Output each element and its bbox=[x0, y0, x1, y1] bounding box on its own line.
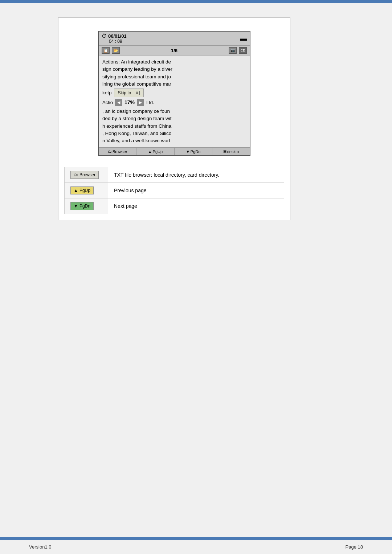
arrow-left[interactable]: ◀ bbox=[115, 99, 122, 106]
pgup-btn-label: PgUp bbox=[79, 188, 90, 193]
label-cell-pgup[interactable]: ▲ PgUp bbox=[65, 183, 108, 198]
btn-pgdn[interactable]: ▼ PgDn bbox=[70, 202, 94, 210]
skip-to-row: ketp Skip to ⊟ bbox=[102, 89, 246, 97]
ltd-label: Ltd. bbox=[146, 99, 154, 106]
footer-btn-pgup[interactable]: ▲ PgUp bbox=[136, 148, 174, 155]
skip-to-overlay[interactable]: Skip to ⊟ bbox=[114, 89, 144, 97]
table-row-browser: 🗂 Browser TXT file browser: local direct… bbox=[65, 167, 284, 183]
body-line-10: , Hong Kong, Taiwan, and Silico bbox=[102, 130, 246, 137]
screen-footer: 🗂 Browser ▲ PgUp ▼ PgDn ⊞ deskto bbox=[99, 147, 250, 155]
date-display: 06/01/01 bbox=[108, 33, 127, 39]
actic-label: Actio bbox=[102, 99, 113, 106]
body-line-4: ining the global competitive mar bbox=[102, 81, 246, 88]
version-label: Version1.0 bbox=[29, 544, 51, 550]
body-line-11: n Valley, and a well-known worl bbox=[102, 137, 246, 144]
btn-browser[interactable]: 🗂 Browser bbox=[70, 171, 99, 179]
btn-pgup[interactable]: ▲ PgUp bbox=[70, 186, 94, 194]
time-block: ⏱ 06/01/01 04 : 09 bbox=[102, 33, 127, 44]
clock-icon: ⏱ 06/01/01 bbox=[102, 33, 127, 39]
ketp-text: ketp bbox=[102, 89, 112, 97]
skip-icon: ⊟ bbox=[134, 91, 140, 95]
device-screen: ⏱ 06/01/01 04 : 09 ▬ 📋 📂 1/6 📷 CE A bbox=[98, 31, 250, 156]
battery-icon: ▬ bbox=[240, 35, 247, 42]
body-line-2: sign company leading by a diver bbox=[102, 66, 246, 73]
bottom-bar bbox=[0, 537, 392, 540]
browser-btn-label: Browser bbox=[79, 172, 95, 177]
pgdn-icon: ▼ bbox=[186, 149, 190, 154]
desktop-label: deskto bbox=[227, 149, 239, 154]
outer-container: ⏱ 06/01/01 04 : 09 ▬ 📋 📂 1/6 📷 CE A bbox=[58, 17, 290, 220]
page-indicator: 1/6 bbox=[122, 48, 226, 53]
pgdn-btn-label: PgDn bbox=[79, 204, 90, 209]
body-line-7: , an ic design company ce foun bbox=[102, 108, 246, 115]
toolbar-icon-ce[interactable]: CE bbox=[239, 47, 247, 54]
screen-toolbar: 📋 📂 1/6 📷 CE bbox=[99, 46, 250, 56]
body-line-8: ded by a strong design team wit bbox=[102, 115, 246, 122]
browser-label: Browser bbox=[113, 149, 127, 154]
toolbar-icon-3[interactable]: 📷 bbox=[229, 47, 237, 54]
info-table: 🗂 Browser TXT file browser: local direct… bbox=[64, 167, 284, 214]
desc-cell-pgup: Previous page bbox=[108, 183, 284, 198]
footer-btn-desktop[interactable]: ⊞ deskto bbox=[212, 148, 250, 155]
arrow-right[interactable]: ▶ bbox=[137, 99, 144, 106]
label-cell-pgdn[interactable]: ▼ PgDn bbox=[65, 198, 108, 214]
pgdn-btn-icon: ▼ bbox=[74, 204, 78, 209]
toolbar-icon-2[interactable]: 📂 bbox=[112, 47, 120, 54]
pgup-btn-icon: ▲ bbox=[74, 188, 78, 193]
pgup-icon: ▲ bbox=[148, 149, 152, 154]
footer-btn-browser[interactable]: 🗂 Browser bbox=[99, 148, 136, 155]
body-line-9: h experienced staffs from China bbox=[102, 123, 246, 130]
pgup-label: PgUp bbox=[153, 149, 163, 154]
body-line-1: Actions: An integrated circuit de bbox=[102, 58, 246, 66]
footer-info: Version1.0 Page 18 bbox=[0, 540, 392, 554]
battery-area: ▬ bbox=[240, 35, 247, 42]
label-cell-browser[interactable]: 🗂 Browser bbox=[65, 167, 108, 183]
browser-btn-icon: 🗂 bbox=[74, 172, 78, 177]
toolbar-icon-1[interactable]: 📋 bbox=[102, 47, 110, 54]
progress-row: Actio ◀ 17% ▶ Ltd. bbox=[102, 99, 246, 106]
footer-btn-pgdn[interactable]: ▼ PgDn bbox=[175, 148, 212, 155]
page-number: Page 18 bbox=[346, 544, 363, 550]
desktop-icon: ⊞ bbox=[223, 149, 226, 154]
time-display: 04 : 09 bbox=[109, 39, 122, 44]
body-line-4-text: ining the global competitive mar bbox=[102, 81, 171, 87]
skip-to-label: Skip to bbox=[118, 90, 131, 96]
screen-body: Actions: An integrated circuit de sign c… bbox=[99, 56, 250, 147]
progress-percent: 17% bbox=[124, 99, 135, 106]
browser-icon: 🗂 bbox=[108, 149, 112, 154]
table-row-pgdn: ▼ PgDn Next page bbox=[65, 198, 284, 214]
main-content: ⏱ 06/01/01 04 : 09 ▬ 📋 📂 1/6 📷 CE A bbox=[0, 3, 392, 386]
pgdn-label: PgDn bbox=[191, 149, 201, 154]
body-line-3: sifying professional team and jo bbox=[102, 73, 246, 81]
desc-cell-pgdn: Next page bbox=[108, 198, 284, 214]
screen-header: ⏱ 06/01/01 04 : 09 ▬ bbox=[99, 32, 250, 46]
top-bar bbox=[0, 0, 392, 3]
table-row-pgup: ▲ PgUp Previous page bbox=[65, 183, 284, 198]
desc-cell-browser: TXT file browser: local directory, card … bbox=[108, 167, 284, 183]
spacer bbox=[0, 386, 392, 537]
